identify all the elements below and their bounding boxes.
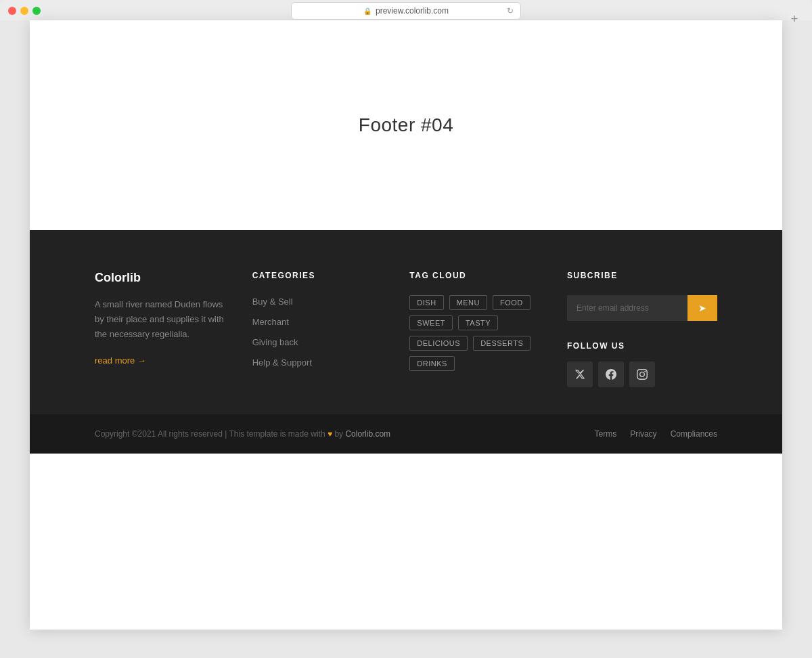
facebook-icon[interactable] (598, 361, 624, 387)
tag-drinks[interactable]: DRINKS (409, 356, 455, 371)
facebook-svg (606, 369, 616, 380)
tag-desserts[interactable]: DESSERTS (473, 336, 531, 351)
refresh-icon[interactable]: ↻ (507, 6, 514, 16)
category-link-merchant[interactable]: Merchant (252, 317, 289, 327)
browser-chrome: 🔒 preview.colorlib.com ↻ + Footer #04 Co… (0, 0, 812, 630)
copyright-text: Copyright ©2021 All rights reserved | Th… (95, 429, 390, 439)
colorlib-link[interactable]: Colorlib.com (345, 429, 390, 439)
tag-delicious[interactable]: DELICIOUS (409, 336, 468, 351)
maximize-button[interactable] (32, 7, 41, 15)
terms-link[interactable]: Terms (595, 429, 617, 439)
footer-bottom-links: Terms Privacy Compliances (595, 429, 717, 439)
tag-tasty[interactable]: TASTY (458, 315, 498, 330)
category-link-buy-sell[interactable]: Buy & Sell (252, 297, 293, 307)
tag-cloud: DISH MENU FOOD SWEET TASTY DELICIOUS DES… (409, 295, 540, 371)
heart-icon: ♥ (328, 429, 332, 439)
tag-food[interactable]: FOOD (493, 295, 531, 310)
footer-subscribe-col: SUBCRIBE ➤ FOLLOW US (567, 271, 717, 387)
email-input[interactable] (567, 295, 687, 321)
follow-us-title: FOLLOW US (567, 341, 717, 351)
twitter-svg (574, 369, 585, 380)
list-item: Buy & Sell (252, 295, 383, 307)
categories-title: CATEGORIES (252, 271, 383, 280)
tag-sweet[interactable]: SWEET (409, 315, 453, 330)
footer-brand: Colorlib (95, 271, 225, 285)
page-title: Footer #04 (359, 114, 453, 136)
footer-bottom: Copyright ©2021 All rights reserved | Th… (30, 414, 782, 454)
send-icon: ➤ (698, 303, 706, 313)
by-text: by (334, 429, 345, 439)
tag-dish[interactable]: DISH (409, 295, 443, 310)
minimize-button[interactable] (20, 7, 28, 15)
privacy-link[interactable]: Privacy (630, 429, 656, 439)
new-tab-button[interactable]: + (788, 12, 801, 26)
browser-window: Footer #04 Colorlib A small river named … (30, 20, 782, 630)
read-more-link[interactable]: read more → (95, 355, 146, 366)
category-link-help-support[interactable]: Help & Support (252, 357, 312, 368)
footer-tagcloud-col: TAG CLOUD DISH MENU FOOD SWEET TASTY DEL… (409, 271, 540, 387)
lock-icon: 🔒 (363, 7, 371, 15)
close-button[interactable] (8, 7, 16, 15)
footer-about-col: Colorlib A small river named Duden flows… (95, 271, 225, 387)
subscribe-title: SUBCRIBE (567, 271, 717, 280)
page-below-footer (30, 454, 782, 542)
tagcloud-title: TAG CLOUD (409, 271, 540, 280)
page-main-area: Footer #04 (30, 20, 782, 230)
subscribe-form: ➤ (567, 295, 717, 321)
list-item: Help & Support (252, 356, 383, 368)
instagram-icon[interactable] (629, 361, 655, 387)
list-item: Giving back (252, 336, 383, 348)
url-text: preview.colorlib.com (376, 6, 449, 16)
social-icons (567, 361, 717, 387)
footer: Colorlib A small river named Duden flows… (30, 230, 782, 414)
address-bar[interactable]: 🔒 preview.colorlib.com ↻ (291, 2, 521, 20)
footer-description: A small river named Duden flows by their… (95, 297, 225, 342)
instagram-svg (637, 369, 648, 380)
category-link-giving-back[interactable]: Giving back (252, 337, 298, 347)
twitter-icon[interactable] (567, 361, 593, 387)
compliances-link[interactable]: Compliances (671, 429, 717, 439)
footer-categories-col: CATEGORIES Buy & Sell Merchant Giving ba… (252, 271, 383, 387)
categories-list: Buy & Sell Merchant Giving back Help & S… (252, 295, 383, 368)
subscribe-button[interactable]: ➤ (687, 295, 717, 321)
tag-menu[interactable]: MENU (449, 295, 487, 310)
list-item: Merchant (252, 315, 383, 328)
copyright-label: Copyright ©2021 All rights reserved | Th… (95, 429, 328, 439)
